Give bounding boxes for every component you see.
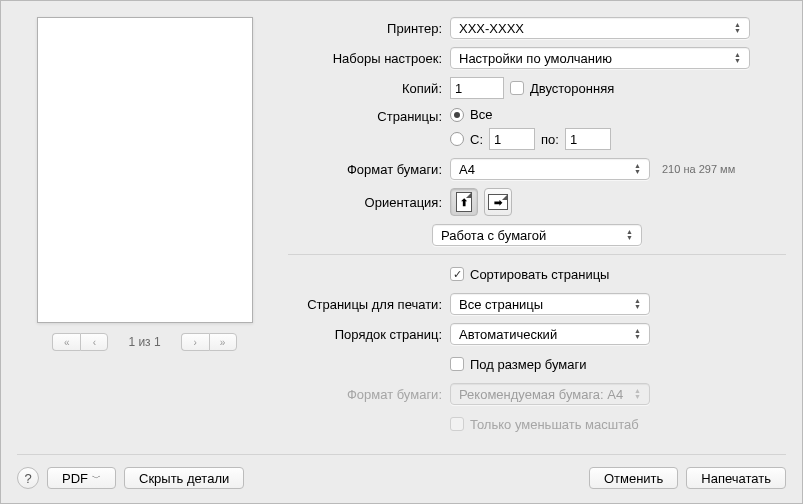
paper-size-value: A4: [459, 162, 475, 177]
separator: [288, 254, 786, 255]
page-order-label: Порядок страниц:: [288, 327, 450, 342]
fit-to-paper-label: Под размер бумаги: [470, 357, 586, 372]
cancel-label: Отменить: [604, 471, 663, 486]
print-label: Напечатать: [701, 471, 771, 486]
pages-all-label: Все: [470, 107, 492, 122]
scale-down-checkbox: [450, 417, 464, 431]
preview-column: « ‹ 1 из 1 › »: [17, 17, 272, 443]
hide-details-label: Скрыть детали: [139, 471, 229, 486]
preview-nav: « ‹ 1 из 1 › »: [17, 333, 272, 351]
updown-icon: ▲▼: [730, 20, 745, 36]
updown-icon: ▲▼: [730, 50, 745, 66]
dest-paper-label: Формат бумаги:: [288, 387, 450, 402]
printer-label: Принтер:: [288, 21, 450, 36]
collate-checkbox[interactable]: ✓: [450, 267, 464, 281]
help-button[interactable]: ?: [17, 467, 39, 489]
section-select[interactable]: Работа с бумагой ▲▼: [432, 224, 642, 246]
updown-icon: ▲▼: [630, 326, 645, 342]
pages-range-radio[interactable]: [450, 132, 464, 146]
nav-first-button[interactable]: «: [52, 333, 80, 351]
orientation-landscape-button[interactable]: ➡︎: [484, 188, 512, 216]
scale-down-label: Только уменьшать масштаб: [470, 417, 639, 432]
dest-paper-value: Рекомендуемая бумага: A4: [459, 387, 623, 402]
updown-icon: ▲▼: [622, 227, 637, 243]
preview-page: [37, 17, 253, 323]
pages-label: Страницы:: [288, 107, 450, 124]
hide-details-button[interactable]: Скрыть детали: [124, 467, 244, 489]
pages-to-input[interactable]: [565, 128, 611, 150]
pdf-label: PDF: [62, 471, 88, 486]
copies-label: Копий:: [288, 81, 450, 96]
presets-select[interactable]: Настройки по умолчанию ▲▼: [450, 47, 750, 69]
pages-to-label: по:: [541, 132, 559, 147]
copies-input[interactable]: [450, 77, 504, 99]
updown-icon: ▲▼: [630, 386, 645, 402]
main-area: « ‹ 1 из 1 › » Принтер: XXX-XXXX ▲▼: [17, 17, 786, 443]
nav-last-button[interactable]: »: [209, 333, 237, 351]
portrait-icon: ⬆︎: [456, 192, 472, 212]
nav-next-button[interactable]: ›: [181, 333, 209, 351]
fit-to-paper-checkbox[interactable]: [450, 357, 464, 371]
presets-value: Настройки по умолчанию: [459, 51, 612, 66]
pages-all-radio[interactable]: [450, 108, 464, 122]
bottom-bar: ? PDF ﹀ Скрыть детали Отменить Напечатат…: [17, 454, 786, 489]
page-order-value: Автоматический: [459, 327, 557, 342]
print-button[interactable]: Напечатать: [686, 467, 786, 489]
pages-from-label: С:: [470, 132, 483, 147]
pages-to-print-value: Все страницы: [459, 297, 543, 312]
paper-size-select[interactable]: A4 ▲▼: [450, 158, 650, 180]
landscape-icon: ➡︎: [488, 194, 508, 210]
page-indicator: 1 из 1: [128, 335, 160, 349]
printer-select[interactable]: XXX-XXXX ▲▼: [450, 17, 750, 39]
printer-value: XXX-XXXX: [459, 21, 524, 36]
dest-paper-select: Рекомендуемая бумага: A4 ▲▼: [450, 383, 650, 405]
nav-prev-button[interactable]: ‹: [80, 333, 108, 351]
section-value: Работа с бумагой: [441, 228, 546, 243]
pdf-menu-button[interactable]: PDF ﹀: [47, 467, 116, 489]
pages-from-input[interactable]: [489, 128, 535, 150]
form-column: Принтер: XXX-XXXX ▲▼ Наборы настроек: На…: [288, 17, 786, 443]
orientation-label: Ориентация:: [288, 195, 450, 210]
two-sided-label: Двусторонняя: [530, 81, 614, 96]
paper-size-hint: 210 на 297 мм: [662, 163, 735, 175]
two-sided-checkbox[interactable]: [510, 81, 524, 95]
pages-to-print-select[interactable]: Все страницы ▲▼: [450, 293, 650, 315]
pages-to-print-label: Страницы для печати:: [288, 297, 450, 312]
cancel-button[interactable]: Отменить: [589, 467, 678, 489]
collate-label: Сортировать страницы: [470, 267, 609, 282]
page-order-select[interactable]: Автоматический ▲▼: [450, 323, 650, 345]
paper-size-label: Формат бумаги:: [288, 162, 450, 177]
orientation-portrait-button[interactable]: ⬆︎: [450, 188, 478, 216]
chevron-down-icon: ﹀: [92, 472, 101, 485]
presets-label: Наборы настроек:: [288, 51, 450, 66]
print-dialog: « ‹ 1 из 1 › » Принтер: XXX-XXXX ▲▼: [0, 0, 803, 504]
updown-icon: ▲▼: [630, 161, 645, 177]
updown-icon: ▲▼: [630, 296, 645, 312]
